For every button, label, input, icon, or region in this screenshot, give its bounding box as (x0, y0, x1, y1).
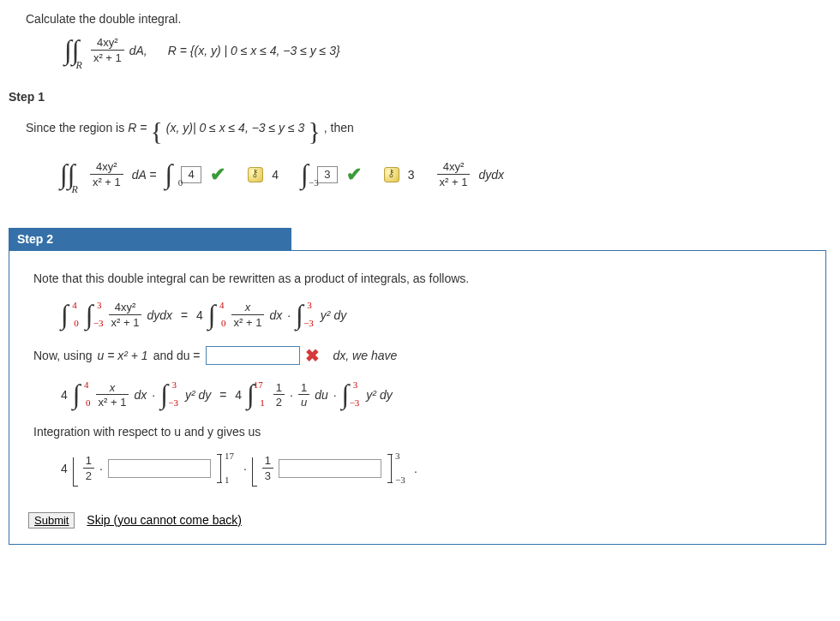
left-bracket-icon (73, 457, 78, 487)
key-icon[interactable] (248, 167, 263, 182)
left-bracket-icon (252, 457, 257, 487)
answer-box-du[interactable] (206, 346, 300, 365)
skip-link[interactable]: Skip (you cannot come back) (87, 513, 242, 527)
question-integral: ∫∫R 4xy² x² + 1 dA, R = {(x, y) | 0 ≤ x … (9, 29, 840, 71)
d-a-label: dA, (129, 44, 147, 57)
double-integral-symbol: ∫∫R (64, 39, 86, 62)
step1-equation: ∫∫R 4xy² x² + 1 dA = ∫ 0 4 ✔ 4 ∫ −3 3 ✔ … (9, 143, 840, 214)
inner-integral: ∫ −3 (301, 164, 309, 186)
answer-box-lnu[interactable] (108, 459, 211, 478)
dydx-label: dydx (478, 168, 504, 182)
step1-title: Step 1 (9, 71, 840, 109)
double-integral-symbol: ∫∫R (60, 164, 81, 186)
submit-button[interactable]: Submit (28, 512, 75, 528)
x-icon: ✖ (305, 345, 320, 366)
check-icon: ✔ (346, 164, 362, 186)
integrand-fraction: 4xy² x² + 1 (90, 160, 123, 188)
step2-line1: Note that this double integral can be re… (27, 266, 808, 296)
action-row: Submit Skip (you cannot come back) (27, 493, 808, 528)
step2-line2: Now, using u = x² + 1 and du = ✖ dx, we … (27, 340, 808, 376)
answer-box-inner-upper[interactable]: 3 (317, 166, 338, 183)
question-prompt: Calculate the double integral. (9, 9, 840, 29)
answer-box-outer-upper[interactable]: 4 (181, 166, 201, 183)
region-definition: R = {(x, y) | 0 ≤ x ≤ 4, −3 ≤ y ≤ 3} (168, 44, 340, 57)
step1-sentence: Since the region is R = { (x, y)| 0 ≤ x … (9, 109, 840, 143)
eval-bracket-icon: 3 −3 (387, 454, 392, 483)
key-icon[interactable] (384, 167, 399, 182)
step2-eq1: ∫40 ∫3−3 4xy²x² + 1 dydx = 4 ∫40 xx² + 1… (27, 296, 808, 339)
integrand-fraction: 4xy² x² + 1 (91, 36, 124, 64)
step2-eq2: 4 ∫40 xx² + 1 dx · ∫3−3 y² dy = 4 ∫171 1… (27, 376, 808, 420)
step2-line3: Integration with respect to u and y give… (27, 420, 808, 449)
key-value: 4 (272, 168, 279, 182)
answer-box-y3[interactable] (279, 459, 381, 478)
integrand-fraction: 4xy² x² + 1 (437, 160, 471, 188)
eval-bracket-icon: 17 1 (216, 454, 221, 483)
step2-tab: Step 2 (9, 228, 291, 250)
outer-integral: ∫ 0 (165, 164, 172, 186)
step2-panel: Note that this double integral can be re… (9, 250, 826, 544)
check-icon: ✔ (210, 164, 225, 186)
key-value: 3 (408, 168, 415, 182)
step2-eq3: 4 12 · 17 1 · 13 3 −3 . (27, 449, 808, 493)
